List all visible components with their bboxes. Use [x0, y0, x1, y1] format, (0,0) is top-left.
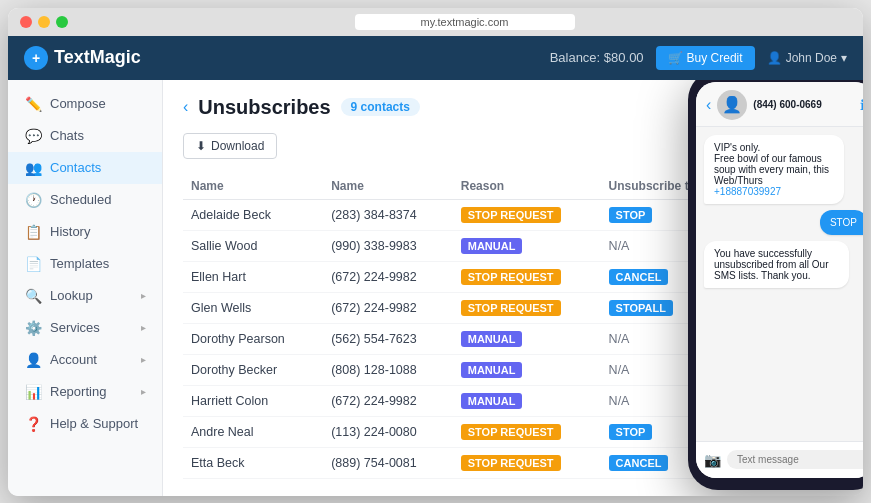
sidebar-item-label: Help & Support	[50, 416, 138, 431]
close-button[interactable]	[20, 16, 32, 28]
contact-info: (844) 600-0669	[753, 99, 854, 110]
balance-display: Balance: $80.00	[550, 50, 644, 65]
phone-input-bar: 📷 ▲	[696, 441, 863, 478]
history-icon: 📋	[24, 224, 42, 240]
download-button[interactable]: ⬇ Download	[183, 133, 277, 159]
col-name2: Name	[323, 173, 453, 200]
sidebar-item-label: Contacts	[50, 160, 101, 175]
templates-icon: 📄	[24, 256, 42, 272]
app-body: + TextMagic Balance: $80.00 🛒 Buy Credit…	[8, 36, 863, 496]
cell-name: Harriett Colon	[183, 385, 323, 416]
msg-text-3: You have successfully unsubscribed from …	[714, 248, 829, 281]
sidebar-item-label: Compose	[50, 96, 106, 111]
sidebar-item-chats[interactable]: 💬 Chats	[8, 120, 162, 152]
cell-name: Dorothy Becker	[183, 354, 323, 385]
sidebar-item-label: History	[50, 224, 90, 239]
back-button[interactable]: ‹	[183, 98, 188, 116]
cell-name: Adelaide Beck	[183, 199, 323, 230]
phone-link: +18887039927	[714, 186, 781, 197]
message-received-1: VIP's only.Free bowl of our famous soup …	[704, 135, 844, 204]
logo-icon: +	[24, 46, 48, 70]
maximize-button[interactable]	[56, 16, 68, 28]
avatar: 👤	[717, 90, 747, 120]
help-icon: ❓	[24, 416, 42, 432]
cell-reason: STOP REQUEST	[453, 261, 601, 292]
sidebar-item-label: Reporting	[50, 384, 106, 399]
cell-name: Glen Wells	[183, 292, 323, 323]
cell-reason: MANUAL	[453, 323, 601, 354]
sidebar-item-reporting[interactable]: 📊 Reporting ▸	[8, 376, 162, 408]
chevron-right-icon: ▸	[141, 354, 146, 365]
buy-credit-button[interactable]: 🛒 Buy Credit	[656, 46, 755, 70]
top-nav: + TextMagic Balance: $80.00 🛒 Buy Credit…	[8, 36, 863, 80]
sidebar-item-label: Services	[50, 320, 100, 335]
cell-reason: STOP REQUEST	[453, 199, 601, 230]
sidebar-item-label: Scheduled	[50, 192, 111, 207]
sidebar-item-lookup[interactable]: 🔍 Lookup ▸	[8, 280, 162, 312]
buy-credit-label: Buy Credit	[687, 51, 743, 65]
sidebar-item-account[interactable]: 👤 Account ▸	[8, 344, 162, 376]
mac-window: my.textmagic.com + TextMagic Balance: $8…	[8, 8, 863, 496]
cell-phone: (808) 128-1088	[323, 354, 453, 385]
phone-screen: ‹ 👤 (844) 600-0669 ℹ VIP's only.Free bow…	[696, 82, 863, 478]
cell-name: Andre Neal	[183, 416, 323, 447]
sidebar-item-label: Account	[50, 352, 97, 367]
chat-area: VIP's only.Free bowl of our famous soup …	[696, 127, 863, 441]
traffic-lights	[20, 16, 68, 28]
url-bar: my.textmagic.com	[78, 14, 851, 30]
services-icon: ⚙️	[24, 320, 42, 336]
sidebar-item-scheduled[interactable]: 🕐 Scheduled	[8, 184, 162, 216]
cell-reason: MANUAL	[453, 354, 601, 385]
chevron-down-icon: ▾	[841, 51, 847, 65]
chats-icon: 💬	[24, 128, 42, 144]
sidebar-item-templates[interactable]: 📄 Templates	[8, 248, 162, 280]
cell-name: Ellen Hart	[183, 261, 323, 292]
cell-phone: (990) 338-9983	[323, 230, 453, 261]
cell-phone: (672) 224-9982	[323, 261, 453, 292]
message-system: You have successfully unsubscribed from …	[704, 241, 849, 288]
user-menu[interactable]: 👤 John Doe ▾	[767, 51, 847, 65]
cell-phone: (672) 224-9982	[323, 292, 453, 323]
cell-phone: (672) 224-9982	[323, 385, 453, 416]
phone-mockup: ‹ 👤 (844) 600-0669 ℹ VIP's only.Free bow…	[688, 80, 863, 490]
logo: + TextMagic	[24, 46, 141, 70]
contacts-badge: 9 contacts	[341, 98, 420, 116]
sidebar-item-label: Chats	[50, 128, 84, 143]
url-text: my.textmagic.com	[355, 14, 575, 30]
cell-reason: MANUAL	[453, 230, 601, 261]
download-label: Download	[211, 139, 264, 153]
user-name: John Doe	[786, 51, 837, 65]
cell-phone: (889) 754-0081	[323, 447, 453, 478]
sidebar-item-label: Templates	[50, 256, 109, 271]
chevron-right-icon: ▸	[141, 386, 146, 397]
msg-text-2: STOP	[830, 217, 857, 228]
cell-name: Sallie Wood	[183, 230, 323, 261]
cell-reason: STOP REQUEST	[453, 447, 601, 478]
scheduled-icon: 🕐	[24, 192, 42, 208]
col-name1: Name	[183, 173, 323, 200]
page-title: Unsubscribes	[198, 96, 330, 119]
cell-phone: (283) 384-8374	[323, 199, 453, 230]
sidebar-item-help[interactable]: ❓ Help & Support	[8, 408, 162, 440]
sidebar-item-history[interactable]: 📋 History	[8, 216, 162, 248]
phone-message-input[interactable]	[727, 450, 863, 469]
minimize-button[interactable]	[38, 16, 50, 28]
main-content: ‹ Unsubscribes 9 contacts ⬇ Download Nam…	[163, 80, 863, 496]
main-area: ✏️ Compose 💬 Chats 👥 Contacts 🕐 Schedule…	[8, 80, 863, 496]
message-sent: STOP	[820, 210, 863, 235]
cell-reason: MANUAL	[453, 385, 601, 416]
sidebar-item-contacts[interactable]: 👥 Contacts	[8, 152, 162, 184]
camera-icon[interactable]: 📷	[704, 452, 721, 468]
cell-phone: (113) 224-0080	[323, 416, 453, 447]
cell-name: Dorothy Pearson	[183, 323, 323, 354]
chevron-right-icon: ▸	[141, 322, 146, 333]
info-icon[interactable]: ℹ	[860, 97, 863, 113]
phone-number: (844) 600-0669	[753, 99, 854, 110]
user-icon: 👤	[767, 51, 782, 65]
sidebar-item-compose[interactable]: ✏️ Compose	[8, 88, 162, 120]
phone-back-icon[interactable]: ‹	[706, 96, 711, 114]
sidebar-item-services[interactable]: ⚙️ Services ▸	[8, 312, 162, 344]
msg-text-1: VIP's only.Free bowl of our famous soup …	[714, 142, 829, 186]
cell-name: Etta Beck	[183, 447, 323, 478]
reporting-icon: 📊	[24, 384, 42, 400]
